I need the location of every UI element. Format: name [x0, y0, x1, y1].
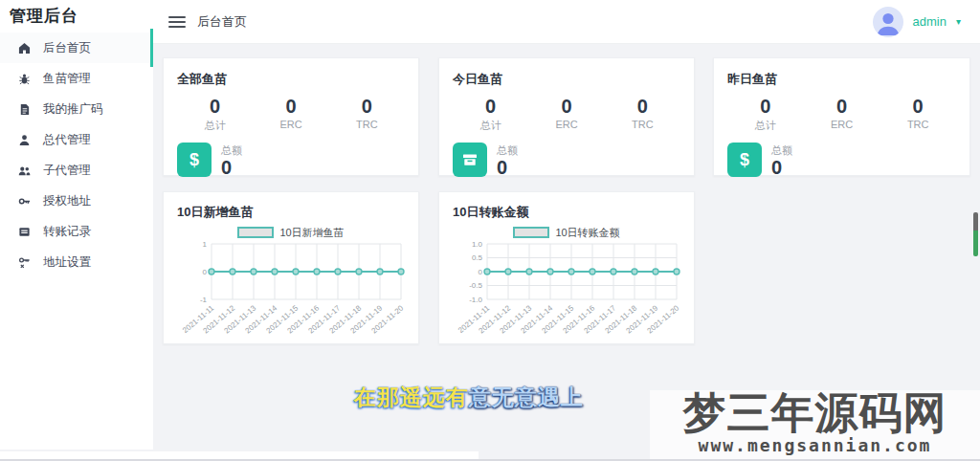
person-silhouette-icon — [873, 7, 903, 37]
sidebar-item-my-promo-code[interactable]: 我的推广码 — [0, 94, 153, 124]
svg-text:-1.0: -1.0 — [469, 296, 482, 304]
person-icon — [17, 133, 31, 146]
sidebar-item-label: 总代管理 — [43, 132, 91, 148]
user-name: admin — [913, 14, 947, 29]
sidebar-item-label: 鱼苗管理 — [43, 71, 91, 87]
stat-label: ERC — [253, 119, 328, 130]
bug-icon — [17, 72, 31, 85]
subtitle-unsung-text: 意无意遇上 — [469, 384, 584, 409]
stat-value: 0 — [605, 96, 680, 117]
line-chart: 1.00.50-0.5-1.02021-11-112021-11-122021-… — [453, 240, 682, 343]
total-label: 总额 — [497, 143, 518, 158]
video-subtitle: 在那遥远有意无意遇上 — [268, 383, 670, 412]
total-label: 总额 — [771, 143, 792, 158]
sidebar-item-transfer-records[interactable]: 转账记录 — [0, 216, 153, 247]
topbar: 后台首页 admin ▾ — [153, 0, 980, 44]
sidebar-menu: 后台首页 鱼苗管理 我的推广码 总代管理 子代管理 — [0, 33, 153, 277]
stat-label: TRC — [605, 119, 680, 130]
sidebar: 管理后台 后台首页 鱼苗管理 我的推广码 总代管理 — [0, 0, 153, 450]
archive-icon — [453, 143, 487, 177]
scrollbar-thumb-green[interactable] — [973, 230, 978, 256]
sidebar-item-label: 转账记录 — [43, 224, 91, 240]
svg-text:0: 0 — [479, 268, 483, 276]
total-value: 0 — [497, 158, 518, 177]
hamburger-menu-icon[interactable] — [168, 16, 186, 28]
stat-label: TRC — [329, 119, 405, 130]
chart-legend: 10日转账金额 — [453, 225, 680, 240]
stat-value: 0 — [727, 96, 804, 117]
sidebar-item-authorized-address[interactable]: 授权地址 — [0, 186, 153, 216]
svg-text:1: 1 — [203, 240, 208, 249]
legend-swatch — [513, 227, 549, 238]
svg-text:-1: -1 — [200, 296, 208, 304]
stat-card-today-fry: 今日鱼苗 0总计 0ERC 0TRC 总额 0 — [438, 57, 695, 176]
stat-value: 0 — [177, 96, 253, 117]
chart-legend: 10日新增鱼苗 — [177, 225, 405, 240]
sidebar-item-sub-agent[interactable]: 子代管理 — [0, 155, 153, 186]
home-icon — [17, 41, 31, 55]
stat-label: 总计 — [727, 119, 804, 133]
stat-value: 0 — [453, 96, 528, 117]
chart-card-transfer-amount: 10日转账金额 10日转账金额 1.00.50-0.5-1.02021-11-1… — [438, 191, 695, 344]
svg-text:0: 0 — [203, 268, 208, 276]
stat-label: 总计 — [177, 119, 253, 133]
app-title: 管理后台 — [0, 0, 153, 31]
svg-text:1.0: 1.0 — [472, 240, 483, 249]
sidebar-item-general-agent[interactable]: 总代管理 — [0, 124, 153, 155]
card-title: 今日鱼苗 — [453, 71, 680, 88]
key-x-icon — [17, 255, 31, 269]
total-value: 0 — [771, 158, 792, 177]
stat-label: TRC — [880, 119, 956, 130]
stat-label: ERC — [528, 119, 604, 130]
watermark-url: www.mengsannian.com — [650, 436, 980, 455]
watermark: 梦三年源码网 www.mengsannian.com — [650, 390, 980, 461]
user-menu[interactable]: admin ▾ — [873, 7, 961, 37]
sidebar-item-label: 地址设置 — [43, 254, 91, 271]
sidebar-item-address-settings[interactable]: 地址设置 — [0, 247, 153, 277]
dollar-icon: $ — [727, 143, 762, 177]
chevron-down-icon: ▾ — [956, 16, 961, 27]
document-icon — [17, 102, 31, 116]
dollar-icon: $ — [177, 143, 212, 177]
list-card-icon — [17, 225, 31, 238]
legend-swatch — [237, 227, 274, 238]
stat-value: 0 — [804, 96, 880, 117]
sidebar-item-fry-management[interactable]: 鱼苗管理 — [0, 63, 153, 94]
total-label: 总额 — [221, 143, 242, 158]
stat-label: ERC — [804, 119, 880, 130]
line-chart: 10-12021-11-112021-11-122021-11-132021-1… — [177, 240, 407, 343]
stat-label: 总计 — [453, 119, 528, 133]
sidebar-item-label: 授权地址 — [43, 193, 91, 209]
sidebar-item-dashboard[interactable]: 后台首页 — [0, 33, 153, 63]
chart-card-new-fry: 10日新增鱼苗 10日新增鱼苗 10-12021-11-112021-11-12… — [163, 191, 419, 344]
card-title: 昨日鱼苗 — [727, 71, 956, 88]
watermark-title: 梦三年源码网 — [650, 390, 980, 436]
stat-value: 0 — [880, 96, 956, 117]
svg-text:0.5: 0.5 — [472, 253, 483, 262]
sidebar-item-label: 子代管理 — [43, 163, 91, 179]
breadcrumb: 后台首页 — [197, 13, 247, 31]
sidebar-item-label: 我的推广码 — [43, 101, 103, 118]
legend-label: 10日转账金额 — [555, 226, 619, 240]
subtitle-sung-text: 在那遥远有 — [354, 384, 469, 409]
stat-card-all-fry: 全部鱼苗 0总计 0ERC 0TRC $ 总额 0 — [163, 57, 419, 176]
total-value: 0 — [221, 158, 242, 177]
chart-title: 10日转账金额 — [453, 204, 680, 221]
key-icon — [17, 194, 31, 208]
card-title: 全部鱼苗 — [177, 71, 405, 88]
people-icon — [17, 164, 31, 177]
sidebar-item-label: 后台首页 — [43, 40, 91, 56]
stat-value: 0 — [329, 96, 405, 117]
stat-value: 0 — [528, 96, 604, 117]
chart-title: 10日新增鱼苗 — [177, 204, 405, 221]
stat-value: 0 — [253, 96, 328, 117]
scrollbar-thumb-dark[interactable] — [973, 212, 978, 230]
stat-card-yesterday-fry: 昨日鱼苗 0总计 0ERC 0TRC $ 总额 0 — [713, 57, 970, 176]
svg-text:-0.5: -0.5 — [469, 281, 482, 290]
legend-label: 10日新增鱼苗 — [279, 226, 344, 240]
avatar — [873, 7, 903, 37]
scrollbar[interactable] — [973, 212, 978, 256]
